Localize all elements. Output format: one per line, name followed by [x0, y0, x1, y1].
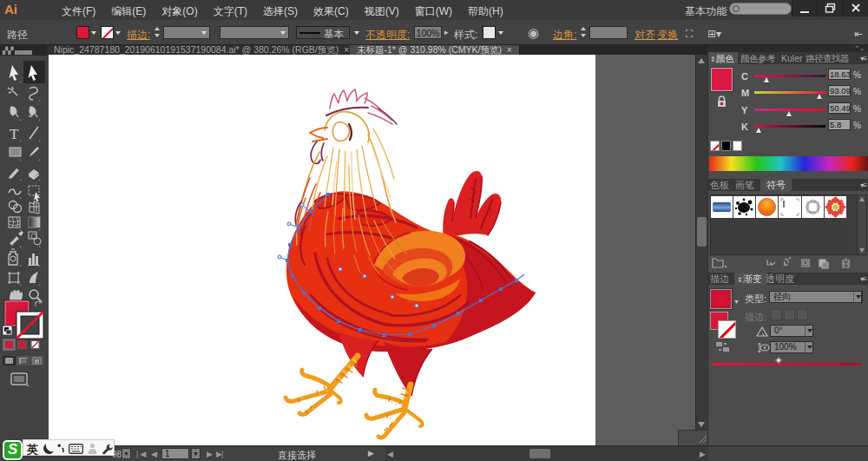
svg-text:T: T: [10, 126, 19, 142]
